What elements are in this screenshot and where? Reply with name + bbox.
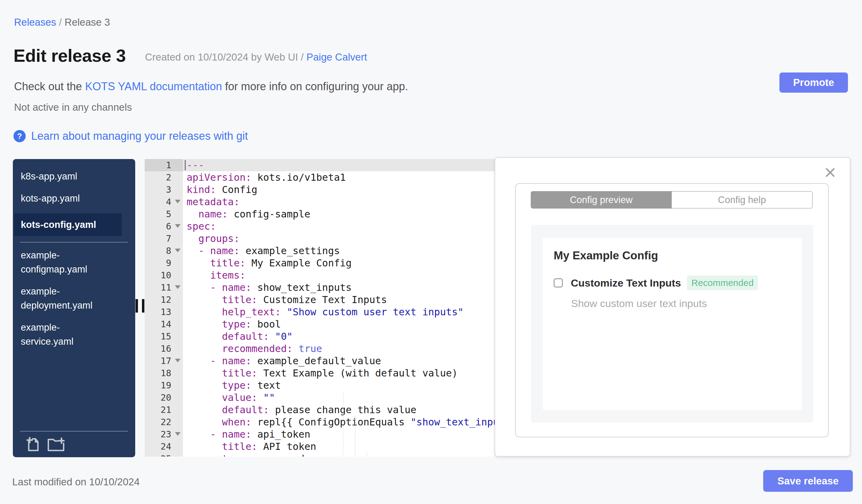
- code-text[interactable]: items:: [183, 269, 495, 281]
- gutter-line-number: 25: [145, 453, 183, 456]
- config-item-label: Customize Text Inputs: [571, 277, 681, 289]
- gutter-line-number: 23: [145, 428, 183, 440]
- code-text[interactable]: groups:: [183, 233, 495, 245]
- editor-line-3[interactable]: 3kind: Config: [145, 184, 495, 196]
- indent-guide: [355, 416, 355, 456]
- breadcrumb-releases-link[interactable]: Releases: [14, 16, 56, 28]
- code-text[interactable]: title: API token: [183, 440, 495, 453]
- sidebar-file-kots-app.yaml[interactable]: kots-app.yaml: [13, 191, 116, 205]
- config-item-row: Customize Text Inputs Recommended: [554, 276, 791, 290]
- editor-line-18[interactable]: 18 title: Text Example (with default val…: [145, 367, 495, 379]
- editor-line-14[interactable]: 14 type: bool: [145, 318, 495, 330]
- config-group-card: My Example Config Customize Text Inputs …: [543, 238, 802, 410]
- sidebar-file-example-deployment.yaml[interactable]: example-deployment.yaml: [13, 284, 116, 313]
- editor-line-8[interactable]: 8 - name: example_settings: [145, 245, 495, 257]
- sidebar-file-kots-config.yaml[interactable]: kots-config.yaml: [14, 213, 122, 236]
- fold-arrow-icon[interactable]: [175, 224, 181, 228]
- gutter-line-number: 7: [145, 233, 183, 245]
- code-text[interactable]: recommended: true: [183, 343, 495, 355]
- code-text[interactable]: title: Text Example (with default value): [183, 367, 495, 379]
- author-link[interactable]: Paige Calvert: [306, 51, 367, 63]
- sidebar-file-example-configmap.yaml[interactable]: example-configmap.yaml: [13, 248, 116, 277]
- editor-line-7[interactable]: 7 groups:: [145, 233, 495, 245]
- gutter-line-number: 15: [145, 330, 183, 343]
- promote-button[interactable]: Promote: [780, 72, 848, 93]
- editor-line-10[interactable]: 10 items:: [145, 269, 495, 281]
- editor-line-25[interactable]: 25 type: password: [145, 453, 495, 456]
- file-sidebar: k8s-app.yamlkots-app.yamlkots-config.yam…: [13, 159, 135, 457]
- close-icon[interactable]: [824, 167, 836, 178]
- file-list: k8s-app.yamlkots-app.yamlkots-config.yam…: [13, 170, 135, 349]
- indent-guide: [343, 392, 343, 456]
- fold-arrow-icon[interactable]: [175, 285, 181, 289]
- code-text[interactable]: title: Customize Text Inputs: [183, 294, 495, 306]
- save-release-button[interactable]: Save release: [763, 470, 853, 492]
- code-text[interactable]: - name: api_token: [183, 428, 495, 440]
- new-file-icon[interactable]: [26, 436, 40, 452]
- editor-line-19[interactable]: 19 type: text: [145, 379, 495, 392]
- doc-hint: Check out the KOTS YAML documentation fo…: [14, 80, 408, 93]
- code-text[interactable]: default: "0": [183, 330, 495, 343]
- code-text[interactable]: metadata:: [183, 196, 495, 208]
- sidebar-resize-handle[interactable]: [135, 299, 145, 313]
- config-preview-panel: Config preview Config help My Example Co…: [495, 157, 850, 456]
- editor-line-9[interactable]: 9 title: My Example Config: [145, 257, 495, 269]
- code-text[interactable]: value: "": [183, 392, 495, 404]
- gutter-line-number: 10: [145, 269, 183, 281]
- tab-config-help[interactable]: Config help: [672, 191, 813, 209]
- code-text[interactable]: spec:: [183, 220, 495, 233]
- code-text[interactable]: title: My Example Config: [183, 257, 495, 269]
- kots-yaml-doc-link[interactable]: KOTS YAML documentation: [85, 80, 222, 93]
- sidebar-file-example-service.yaml[interactable]: example-service.yaml: [13, 320, 116, 349]
- editor-line-15[interactable]: 15 default: "0": [145, 330, 495, 343]
- gutter-line-number: 22: [145, 416, 183, 428]
- code-text[interactable]: name: config-sample: [183, 208, 495, 220]
- code-text[interactable]: when: repl{{ ConfigOptionEquals "show_te…: [183, 416, 495, 428]
- created-text: Created on 10/10/2024 by Web UI /: [145, 51, 306, 63]
- gutter-line-number: 12: [145, 294, 183, 306]
- code-text[interactable]: - name: show_text_inputs: [183, 281, 495, 294]
- new-folder-icon[interactable]: [47, 436, 65, 452]
- code-text[interactable]: type: password: [183, 453, 495, 456]
- editor-line-11[interactable]: 11 - name: show_text_inputs: [145, 281, 495, 294]
- editor-line-24[interactable]: 24 title: API token: [145, 440, 495, 453]
- fold-arrow-icon[interactable]: [175, 249, 181, 252]
- editor-line-16[interactable]: 16 recommended: true: [145, 343, 495, 355]
- sidebar-file-k8s-app.yaml[interactable]: k8s-app.yaml: [13, 170, 116, 184]
- editor-line-6[interactable]: 6spec:: [145, 220, 495, 233]
- fold-arrow-icon[interactable]: [175, 200, 181, 203]
- code-text[interactable]: type: bool: [183, 318, 495, 330]
- indent-guide: [366, 453, 367, 456]
- fold-arrow-icon[interactable]: [175, 359, 181, 362]
- code-text[interactable]: default: please change this value: [183, 404, 495, 416]
- editor-line-17[interactable]: 17 - name: example_default_value: [145, 355, 495, 367]
- gutter-line-number: 21: [145, 404, 183, 416]
- doc-hint-after: for more info on configuring your app.: [222, 80, 408, 93]
- code-text[interactable]: apiVersion: kots.io/v1beta1: [183, 171, 495, 184]
- editor-line-22[interactable]: 22 when: repl{{ ConfigOptionEquals "show…: [145, 416, 495, 428]
- channel-status: Not active in any channels: [14, 102, 132, 113]
- editor-line-1[interactable]: 1---: [145, 159, 495, 171]
- editor-line-12[interactable]: 12 title: Customize Text Inputs: [145, 294, 495, 306]
- editor-line-13[interactable]: 13 help_text: "Show custom user text inp…: [145, 306, 495, 318]
- editor-line-23[interactable]: 23 - name: api_token: [145, 428, 495, 440]
- doc-hint-before: Check out the: [14, 80, 85, 93]
- code-text[interactable]: - name: example_settings: [183, 245, 495, 257]
- code-text[interactable]: ---: [183, 159, 495, 171]
- editor-line-2[interactable]: 2apiVersion: kots.io/v1beta1: [145, 171, 495, 184]
- tab-config-preview[interactable]: Config preview: [531, 191, 672, 209]
- editor-line-4[interactable]: 4metadata:: [145, 196, 495, 208]
- code-text[interactable]: kind: Config: [183, 184, 495, 196]
- file-name-label: example-configmap.yaml: [21, 248, 109, 277]
- yaml-editor[interactable]: 1---2apiVersion: kots.io/v1beta13kind: C…: [145, 159, 495, 456]
- git-releases-link[interactable]: Learn about managing your releases with …: [31, 130, 248, 143]
- code-text[interactable]: - name: example_default_value: [183, 355, 495, 367]
- code-text[interactable]: type: text: [183, 379, 495, 392]
- editor-line-21[interactable]: 21 default: please change this value: [145, 404, 495, 416]
- editor-line-5[interactable]: 5 name: config-sample: [145, 208, 495, 220]
- fold-arrow-icon[interactable]: [175, 432, 181, 436]
- customize-text-inputs-checkbox[interactable]: [554, 278, 563, 288]
- code-text[interactable]: help_text: "Show custom user text inputs…: [183, 306, 495, 318]
- gutter-line-number: 1: [145, 159, 183, 171]
- editor-line-20[interactable]: 20 value: "": [145, 392, 495, 404]
